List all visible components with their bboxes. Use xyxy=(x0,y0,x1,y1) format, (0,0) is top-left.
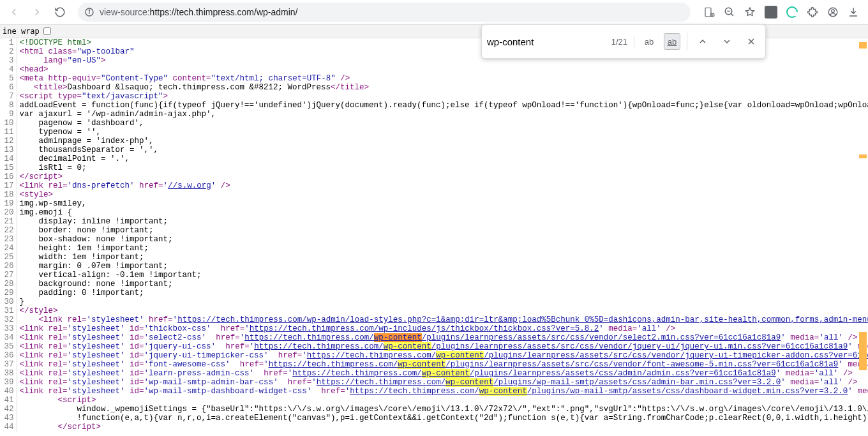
reload-button[interactable] xyxy=(51,3,69,21)
line-code[interactable]: } xyxy=(17,297,868,306)
line-number[interactable]: 2 xyxy=(0,47,17,56)
whole-word-toggle[interactable]: ab xyxy=(664,33,680,50)
line-code[interactable]: typenow = '', xyxy=(17,128,868,137)
line-code[interactable]: <link rel='stylesheet' id='jquery-ui-tim… xyxy=(17,351,868,360)
find-input[interactable] xyxy=(487,36,595,47)
line-number[interactable]: 12 xyxy=(0,137,17,146)
line-number[interactable]: 6 xyxy=(0,83,17,92)
line-number[interactable]: 40 xyxy=(0,387,17,396)
line-code[interactable]: adminpage = 'index-php', xyxy=(17,137,868,146)
line-number[interactable]: 11 xyxy=(0,128,17,137)
line-number[interactable]: 34 xyxy=(0,333,17,342)
line-number[interactable]: 42 xyxy=(0,405,17,414)
line-code[interactable]: <style> xyxy=(17,190,868,199)
zoom-out-icon[interactable] xyxy=(724,6,735,18)
line-number[interactable]: 5 xyxy=(0,74,17,83)
source-view[interactable]: 1<!DOCTYPE html>2<html class="wp-toolbar… xyxy=(0,38,868,436)
line-code[interactable]: <link rel='stylesheet' id='learn-press-a… xyxy=(17,369,868,378)
extensions-puzzle-icon[interactable] xyxy=(807,6,818,18)
line-number[interactable]: 20 xyxy=(0,208,17,217)
line-code[interactable]: <head> xyxy=(17,65,868,74)
line-number[interactable]: 14 xyxy=(0,154,17,163)
line-number[interactable]: 13 xyxy=(0,146,17,154)
line-code[interactable]: <script type="text/javascript"> xyxy=(17,92,868,101)
line-number[interactable]: 9 xyxy=(0,110,17,119)
line-code[interactable]: img.emoji { xyxy=(17,208,868,217)
line-number[interactable]: 26 xyxy=(0,262,17,271)
line-number[interactable]: 21 xyxy=(0,217,17,226)
line-number[interactable]: 28 xyxy=(0,280,17,289)
match-case-toggle[interactable]: ab xyxy=(641,33,657,50)
line-number[interactable]: 41 xyxy=(0,396,17,405)
install-page-icon[interactable] xyxy=(703,6,715,18)
line-number[interactable]: 25 xyxy=(0,253,17,262)
line-number[interactable]: 44 xyxy=(0,423,17,432)
line-code[interactable]: vertical-align: -0.1em !important; xyxy=(17,271,868,280)
site-info-icon[interactable] xyxy=(84,7,94,17)
line-code[interactable]: !function(e,a,t){var n,r,o,i=a.createEle… xyxy=(17,414,868,423)
profile-avatar-icon[interactable] xyxy=(827,6,839,18)
line-number[interactable]: 7 xyxy=(0,92,17,101)
line-number[interactable]: 38 xyxy=(0,369,17,378)
line-code[interactable]: <link rel='dns-prefetch' href='//s.w.org… xyxy=(17,181,868,190)
line-code[interactable]: <title>Dashboard &lsaquo; tech.thimpress… xyxy=(17,83,868,92)
line-code[interactable]: box-shadow: none !important; xyxy=(17,235,868,244)
line-code[interactable]: display: inline !important; xyxy=(17,217,868,226)
line-code[interactable]: </script> xyxy=(17,172,868,181)
line-number[interactable]: 31 xyxy=(0,306,17,315)
line-code[interactable]: <link rel='stylesheet' id='thickbox-css'… xyxy=(17,324,868,333)
line-code[interactable]: </style> xyxy=(17,306,868,315)
line-number[interactable]: 15 xyxy=(0,163,17,172)
line-number[interactable]: 10 xyxy=(0,119,17,128)
line-code[interactable]: var ajaxurl = '/wp-admin/admin-ajax.php'… xyxy=(17,110,868,119)
line-code[interactable]: padding: 0 !important; xyxy=(17,289,868,297)
find-prev-button[interactable] xyxy=(694,33,712,50)
line-number[interactable]: 36 xyxy=(0,351,17,360)
line-number[interactable]: 27 xyxy=(0,271,17,280)
line-number[interactable]: 3 xyxy=(0,56,17,65)
line-code[interactable]: isRtl = 0; xyxy=(17,163,868,172)
find-next-button[interactable] xyxy=(718,33,736,50)
grammarly-icon[interactable] xyxy=(786,6,798,18)
line-code[interactable]: </script> xyxy=(17,423,868,432)
line-number[interactable]: 39 xyxy=(0,378,17,387)
line-number[interactable]: 29 xyxy=(0,289,17,297)
line-number[interactable]: 19 xyxy=(0,199,17,208)
line-code[interactable]: thousandsSeparator = ',', xyxy=(17,146,868,154)
address-bar[interactable]: view-source:https://tech.thimpress.com/w… xyxy=(78,3,691,22)
line-number[interactable]: 4 xyxy=(0,65,17,74)
line-code[interactable]: background: none !important; xyxy=(17,280,868,289)
line-code[interactable]: <link rel='stylesheet' id='wp-mail-smtp-… xyxy=(17,378,868,387)
line-wrap-checkbox[interactable] xyxy=(43,27,51,35)
line-code[interactable]: border: none !important; xyxy=(17,226,868,235)
line-code[interactable]: width: 1em !important; xyxy=(17,253,868,262)
line-number[interactable]: 18 xyxy=(0,190,17,199)
line-number[interactable]: 35 xyxy=(0,342,17,351)
line-code[interactable]: <link rel='stylesheet' id='select2-css' … xyxy=(17,333,868,342)
line-number[interactable]: 33 xyxy=(0,324,17,333)
line-code[interactable]: height: 1em !important; xyxy=(17,244,868,253)
line-number[interactable]: 8 xyxy=(0,101,17,110)
line-code[interactable]: pagenow = 'dashboard', xyxy=(17,119,868,128)
line-number[interactable]: 16 xyxy=(0,172,17,181)
line-code[interactable]: <link rel='stylesheet' href='https://tec… xyxy=(17,315,868,324)
line-code[interactable]: <link rel='stylesheet' id='font-awesome-… xyxy=(17,360,868,369)
line-code[interactable]: <meta http-equiv="Content-Type" content=… xyxy=(17,74,868,83)
line-code[interactable]: img.wp-smiley, xyxy=(17,199,868,208)
back-button[interactable] xyxy=(5,3,23,21)
line-number[interactable]: 30 xyxy=(0,297,17,306)
line-code[interactable]: window._wpemojiSettings = {"baseUrl":"ht… xyxy=(17,405,868,414)
download-badge-icon[interactable] xyxy=(765,6,777,19)
line-code[interactable]: decimalPoint = '.', xyxy=(17,154,868,163)
line-code[interactable]: addLoadEvent = function(func){if(typeof … xyxy=(17,101,868,110)
line-number[interactable]: 32 xyxy=(0,315,17,324)
line-number[interactable]: 17 xyxy=(0,181,17,190)
forward-button[interactable] xyxy=(28,3,46,21)
line-number[interactable]: 37 xyxy=(0,360,17,369)
find-close-button[interactable] xyxy=(742,33,760,50)
line-code[interactable]: margin: 0 .07em !important; xyxy=(17,262,868,271)
download-arrow-icon[interactable] xyxy=(848,6,859,18)
line-code[interactable]: <link rel='stylesheet' id='jquery-ui-css… xyxy=(17,342,868,351)
line-number[interactable]: 22 xyxy=(0,226,17,235)
line-code[interactable]: <script> xyxy=(17,396,868,405)
